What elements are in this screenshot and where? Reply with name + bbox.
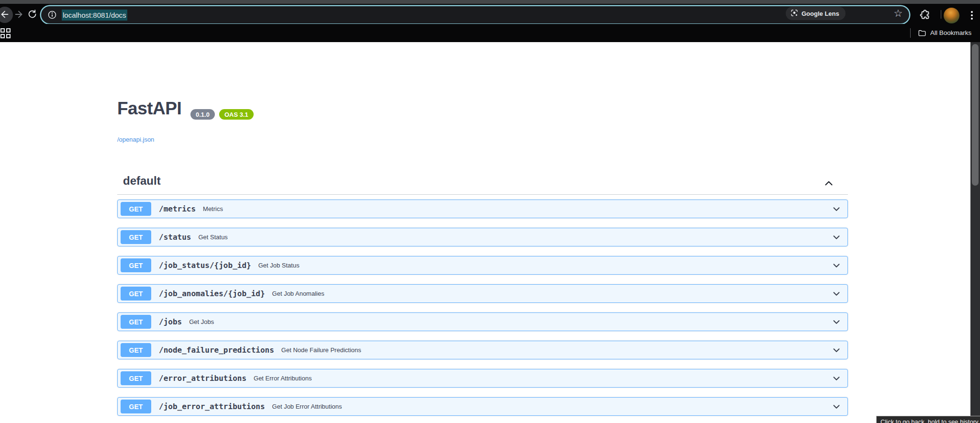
chevron-down-icon[interactable] — [831, 373, 842, 384]
method-badge[interactable]: GET — [121, 400, 151, 413]
method-badge[interactable]: GET — [121, 343, 151, 357]
scrollbar-thumb[interactable] — [972, 44, 979, 186]
method-badge[interactable]: GET — [121, 202, 151, 216]
endpoint-summary: Metrics — [203, 205, 223, 212]
endpoint-row[interactable]: GET /status Get Status — [117, 228, 848, 246]
back-history-tooltip: Click to go back, hold to see history — [876, 416, 980, 423]
endpoint-path: /job_status/{job_id} — [159, 261, 251, 270]
address-bar[interactable]: localhost:8081/docs — [41, 6, 909, 23]
chevron-down-icon[interactable] — [831, 204, 842, 214]
url-selected-text[interactable]: localhost:8081/docs — [62, 10, 127, 21]
folder-icon — [918, 29, 926, 37]
site-info-icon[interactable] — [47, 10, 57, 20]
oas-badge: OAS 3.1 — [219, 109, 254, 120]
chevron-down-icon[interactable] — [831, 232, 842, 243]
method-badge[interactable]: GET — [121, 371, 151, 385]
method-badge[interactable]: GET — [121, 315, 151, 329]
google-lens-button[interactable]: Google Lens — [786, 7, 846, 20]
chevron-down-icon[interactable] — [831, 289, 842, 299]
forward-arrow-icon — [13, 9, 24, 21]
chevron-down-icon[interactable] — [831, 401, 842, 412]
apps-grid-icon[interactable] — [0, 28, 12, 39]
google-lens-label: Google Lens — [802, 10, 839, 17]
section-title-default: default — [123, 174, 161, 188]
section-divider — [117, 194, 848, 195]
endpoint-path: /status — [159, 233, 191, 242]
endpoint-summary: Get Job Error Attributions — [272, 403, 342, 410]
endpoint-list: GET /metrics Metrics GET /status Get Sta… — [117, 200, 848, 423]
endpoint-summary: Get Jobs — [189, 318, 214, 325]
endpoint-summary: Get Error Attributions — [254, 375, 312, 382]
bookmark-star-icon[interactable]: ☆ — [892, 7, 904, 20]
back-arrow-icon — [0, 9, 10, 21]
endpoint-path: /error_attributions — [159, 374, 246, 383]
endpoint-row[interactable]: GET /job_anomalies/{job_id} Get Job Anom… — [117, 284, 848, 303]
endpoint-row[interactable]: GET /error_attributions Get Error Attrib… — [117, 369, 848, 388]
google-lens-icon — [791, 9, 798, 18]
endpoint-row[interactable]: GET /jobs Get Jobs — [117, 312, 848, 331]
reload-icon — [27, 9, 37, 21]
endpoint-summary: Get Node Failure Predictions — [281, 346, 361, 354]
method-badge[interactable]: GET — [121, 287, 151, 301]
extensions-button[interactable] — [919, 9, 931, 22]
endpoint-path: /jobs — [159, 317, 182, 326]
window-top-strip — [0, 0, 980, 4]
endpoint-summary: Get Job Status — [258, 262, 300, 269]
openapi-json-link[interactable]: /openapi.json — [117, 136, 154, 143]
chevron-up-icon — [823, 184, 835, 191]
chevron-down-icon[interactable] — [831, 317, 842, 327]
all-bookmarks-button[interactable]: All Bookmarks — [930, 29, 971, 36]
method-badge[interactable]: GET — [121, 230, 151, 244]
endpoint-path: /job_error_attributions — [159, 402, 265, 411]
endpoint-summary: Get Job Anomalies — [272, 290, 324, 297]
endpoint-row[interactable]: GET /job_status/{job_id} Get Job Status — [117, 256, 848, 275]
browser-menu-button[interactable] — [967, 9, 977, 22]
endpoint-path: /node_failure_predictions — [159, 345, 274, 355]
url-text[interactable]: localhost:8081/docs — [62, 11, 127, 19]
toolbar-separator — [941, 10, 941, 19]
chevron-down-icon[interactable] — [831, 260, 842, 271]
endpoint-row[interactable]: GET /metrics Metrics — [117, 200, 848, 218]
bookmarks-bar: All Bookmarks — [0, 24, 980, 42]
endpoint-path: /job_anomalies/{job_id} — [159, 289, 265, 298]
page-content: FastAPI 0.1.0 OAS 3.1 /openapi.json defa… — [0, 42, 980, 423]
method-badge[interactable]: GET — [121, 258, 151, 272]
page-title: FastAPI — [117, 99, 181, 119]
title-badges: 0.1.0 OAS 3.1 — [190, 109, 254, 120]
version-badge: 0.1.0 — [190, 109, 215, 120]
endpoint-summary: Get Status — [198, 234, 227, 241]
endpoint-row[interactable]: GET /job_error_attributions Get Job Erro… — [117, 397, 848, 416]
scrollbar[interactable] — [970, 42, 980, 423]
endpoint-path: /metrics — [159, 204, 196, 213]
three-dot-icon — [971, 11, 973, 20]
endpoint-row[interactable]: GET /node_failure_predictions Get Node F… — [117, 341, 848, 359]
puzzle-icon — [919, 15, 931, 22]
bookmarks-separator — [910, 28, 911, 38]
profile-avatar[interactable] — [944, 8, 959, 23]
section-collapse-button[interactable] — [822, 177, 835, 190]
browser-toolbar: localhost:8081/docs Google Lens ☆ — [0, 4, 980, 24]
chevron-down-icon[interactable] — [831, 345, 842, 356]
reload-button[interactable] — [24, 7, 40, 23]
